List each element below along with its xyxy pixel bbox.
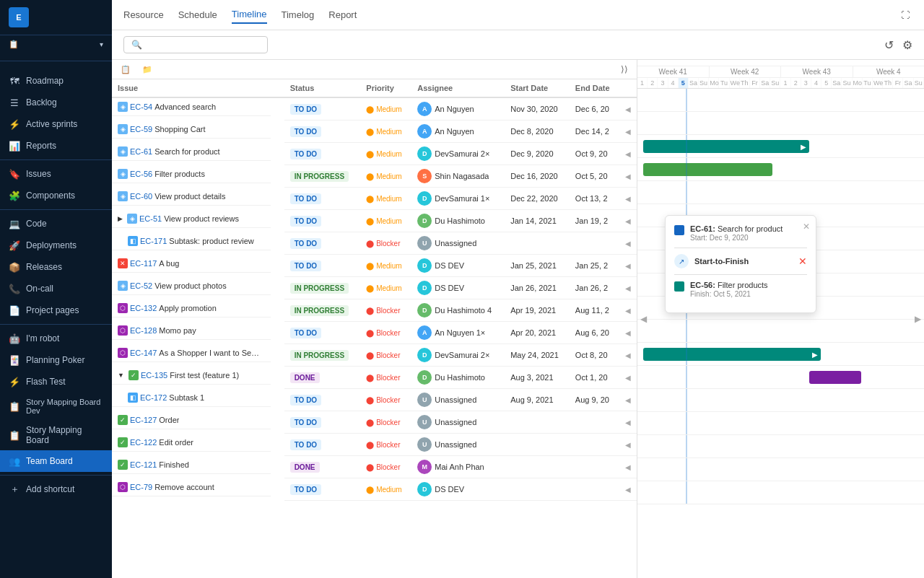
chevron-down-icon[interactable]: ▾ [100,40,103,48]
row-scroll-arrow[interactable]: ◀ [625,284,631,292]
row-scroll-arrow[interactable]: ◀ [625,396,631,404]
day-cell: We [730,78,740,88]
row-scroll-arrow[interactable]: ◀ [625,351,631,359]
assignee-avatar: U [417,393,432,407]
assignee-name: Mai Anh Phan [435,463,484,471]
issue-id[interactable]: EC-127 [130,416,157,424]
table-row: ◈ EC-60 View product details TO DO ⬤ Med… [112,188,637,210]
gantt-bar[interactable]: ▶ [643,348,821,361]
scroll-arrow-cell: ◀ [619,344,637,367]
row-scroll-arrow[interactable]: ◀ [625,172,631,180]
sidebar-item-team-board[interactable]: 👥Team Board [0,450,112,472]
search-box[interactable]: 🔍 [123,36,268,53]
row-scroll-arrow[interactable]: ◀ [625,374,631,382]
sidebar-item-code[interactable]: 💻Code [0,213,112,235]
row-scroll-arrow[interactable]: ◀ [625,195,631,203]
sidebar-item-story-mapping-dev[interactable]: 📋Story Mapping Board Dev [0,393,112,420]
nav-resource[interactable]: Resource [123,6,164,23]
end-date-cell: Oct 8, 20 [570,344,619,367]
sidebar-item-active-sprints[interactable]: ⚡Active sprints [0,113,112,135]
sidebar-item-deployments[interactable]: 🚀Deployments [0,235,112,256]
col-scroll [619,79,637,97]
sidebar-item-backlog[interactable]: ☰Backlog [0,92,112,113]
nav-timelog[interactable]: Timelog [282,6,315,23]
row-scroll-arrow[interactable]: ◀ [625,217,631,225]
issue-id[interactable]: EC-52 [130,281,152,290]
gantt-bar[interactable] [809,371,860,384]
assignee-avatar: D [417,482,432,496]
row-scroll-arrow[interactable]: ◀ [625,262,631,270]
end-date-cell [570,434,619,456]
issue-id[interactable]: EC-56 [130,170,152,178]
issue-id[interactable]: EC-60 [130,192,152,201]
issue-id[interactable]: EC-51 [139,214,162,223]
issue-id[interactable]: EC-59 [130,125,152,133]
popup-dep-delete-icon[interactable]: ✕ [798,255,807,267]
end-date-cell: Oct 9, 20 [570,143,619,165]
issue-title: As a Shopper I want to Searc [159,349,260,357]
row-scroll-arrow[interactable]: ◀ [625,329,631,337]
priority-cell: ⬤ Medium [360,97,411,121]
table-row: ⬡ EC-132 Apply promotion IN PROGRESS ⬤ B… [112,299,637,322]
gantt-bar[interactable]: ▶ [643,140,809,153]
panel-collapse-button[interactable]: ⟩⟩ [621,64,628,74]
issue-id[interactable]: EC-172 [140,393,167,402]
issue-id[interactable]: EC-54 [130,102,152,111]
popup-ec56-id: EC-56: [690,281,718,289]
timeline-nav-right[interactable]: ▶ [912,312,924,325]
row-scroll-arrow[interactable]: ◀ [625,128,631,136]
popup-ec61-id: EC-61: [690,224,718,233]
row-scroll-arrow[interactable]: ◀ [625,307,631,315]
popup-close-button[interactable]: ✕ [803,222,810,232]
issue-id[interactable]: EC-171 [140,237,167,245]
status-cell: TO DO [284,478,361,501]
issue-table-body: ◈ EC-54 Advanced search TO DO ⬤ Medium A… [112,97,637,501]
fullscreen-button[interactable]: ⛶ [901,10,912,20]
today-line [686,89,687,111]
issue-id[interactable]: EC-147 [130,349,157,357]
today-line [686,135,687,157]
timeline-header: Week 41 Week 42 Week 43 Week 4 12345SaSu… [637,60,924,89]
row-scroll-arrow[interactable]: ◀ [625,150,631,158]
issue-cell: ⬡ EC-132 Apply promotion [112,299,271,318]
issue-id[interactable]: EC-121 [130,460,157,469]
issue-id[interactable]: EC-128 [130,326,157,335]
sidebar-item-story-mapping[interactable]: 📋Story Mapping Board [0,420,112,450]
issue-id[interactable]: EC-79 [130,483,152,491]
row-expand-icon[interactable]: ▶ [118,215,123,222]
gantt-bar[interactable] [643,163,772,176]
nav-timeline[interactable]: Timeline [232,6,267,24]
nav-report[interactable]: Report [328,6,357,23]
scroll-arrow-cell: ◀ [619,143,637,165]
scroll-arrow-cell: ◀ [619,188,637,210]
sidebar-item-issues[interactable]: 🔖Issues [0,163,112,185]
issue-id[interactable]: EC-117 [130,259,157,268]
priority-badge: ⬤ Medium [366,128,401,136]
sidebar-item-project-pages[interactable]: 📄Project pages [0,299,112,321]
sidebar-item-reports[interactable]: 📊Reports [0,135,112,157]
issue-type-icon: ✓ [118,437,128,447]
nav-schedule[interactable]: Schedule [178,6,217,23]
sidebar-item-components[interactable]: 🧩Components [0,185,112,206]
sidebar-item-releases[interactable]: 📦Releases [0,256,112,278]
issue-id[interactable]: EC-61 [130,147,152,156]
assignee-name: DevSamurai 2× [435,351,489,359]
sidebar-item-label: Team Board [26,456,73,466]
sidebar-item-flash-test[interactable]: ⚡Flash Test [0,371,112,393]
issue-id[interactable]: EC-135 [141,371,167,380]
sidebar-item-roadmap[interactable]: 🗺Roadmap [0,70,112,92]
issue-type-icon: ◈ [118,124,128,134]
sidebar-item-on-call[interactable]: 📞On-call [0,278,112,299]
issue-id[interactable]: EC-122 [130,438,157,447]
deployments-icon: 🚀 [9,240,20,251]
day-cell: 2 [791,78,801,88]
sidebar-item-robot[interactable]: 🤖I'm robot [0,328,112,349]
sidebar-item-add-shortcut[interactable]: ＋Add shortcut [0,478,112,500]
row-expand-icon[interactable]: ▼ [118,372,124,379]
issue-id[interactable]: EC-132 [130,304,157,312]
sidebar-item-planning-poker[interactable]: 🃏Planning Poker [0,349,112,371]
row-scroll-arrow[interactable]: ◀ [625,105,631,113]
timeline-nav-left[interactable]: ◀ [637,312,650,325]
settings-icon[interactable]: ⚙ [902,38,912,52]
refresh-icon[interactable]: ↺ [884,38,894,52]
